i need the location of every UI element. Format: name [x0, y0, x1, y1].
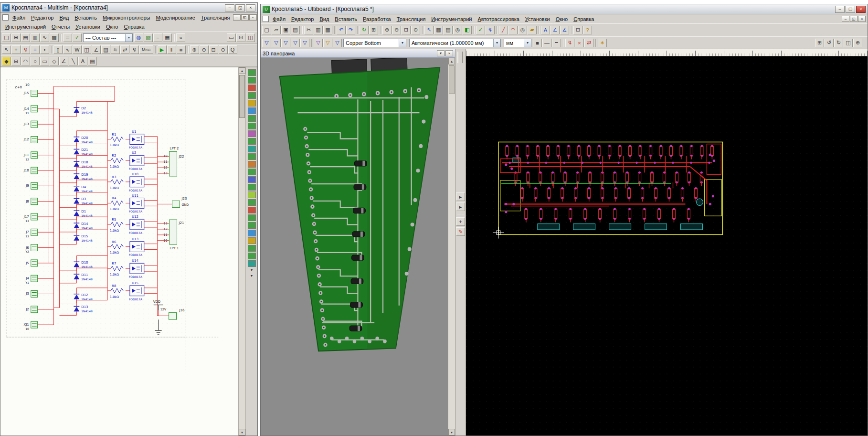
- menu-edit[interactable]: Редактор: [288, 15, 317, 23]
- place-via-icon[interactable]: ◎: [518, 26, 527, 34]
- component-strip-icon[interactable]: [248, 130, 256, 137]
- panel-expand-alt-icon[interactable]: ▾: [251, 274, 253, 278]
- copy-icon[interactable]: ▥: [314, 26, 323, 34]
- zoom-in-icon[interactable]: ⊕: [382, 26, 392, 34]
- 3d-panel-scrollbar[interactable]: ▲ ▼: [448, 58, 455, 436]
- filter-all-icon[interactable]: ▽: [262, 39, 271, 47]
- zoom-out-icon[interactable]: ⊖: [200, 45, 209, 54]
- scroll-up-icon[interactable]: ▲: [448, 58, 455, 64]
- units-combo[interactable]: мм ▾: [504, 39, 531, 47]
- line-width-icon[interactable]: —: [542, 39, 551, 47]
- scrollbar-thumb[interactable]: [449, 65, 455, 94]
- ratsnest-icon[interactable]: ∗: [598, 39, 607, 47]
- menu-options[interactable]: Установки: [522, 15, 553, 23]
- pointer-icon[interactable]: ↖: [2, 45, 11, 54]
- zoom-window-icon[interactable]: ⊡: [402, 26, 411, 34]
- grid-combo[interactable]: Автоматически (1.000000 мм) ▾: [409, 39, 501, 47]
- anchor-icon[interactable]: ⊕: [853, 39, 862, 47]
- scrollbar-thumb[interactable]: [239, 75, 245, 118]
- unroute-icon[interactable]: ↯: [565, 39, 574, 47]
- minimize-button[interactable]: –: [225, 4, 234, 11]
- pan-icon[interactable]: +: [11, 45, 21, 54]
- maximize-button[interactable]: ▢: [846, 6, 855, 13]
- zoom-fit-icon[interactable]: ⊙: [219, 45, 228, 54]
- board-3d-icon[interactable]: ◧: [463, 26, 472, 34]
- filter-pads-icon[interactable]: ▽: [300, 39, 309, 47]
- mdi-restore-button[interactable]: ◱: [850, 16, 857, 22]
- scroll-down-icon[interactable]: ▼: [239, 429, 245, 436]
- junction-icon[interactable]: •: [40, 45, 49, 54]
- birds-eye-icon[interactable]: ◎: [453, 26, 462, 34]
- breadboard-view-icon[interactable]: ▧: [144, 33, 153, 42]
- close-button[interactable]: ×: [856, 6, 866, 13]
- color-swatch[interactable]: ■: [533, 39, 542, 47]
- selection-rect-icon[interactable]: ⊡: [573, 26, 582, 34]
- bus-mode-icon[interactable]: ≡: [31, 45, 40, 54]
- panel-collapse-alt-icon[interactable]: ▸: [456, 202, 465, 211]
- mdi-close-button[interactable]: ×: [249, 14, 257, 21]
- component-strip-icon[interactable]: [248, 107, 256, 114]
- schematic-sheet[interactable]: Z+010J15J1411J13J12J1112J10J9J8J1713J713…: [0, 67, 238, 436]
- hierarchy-icon[interactable]: ≣: [63, 33, 72, 42]
- stop-icon[interactable]: ■: [177, 45, 186, 54]
- filter-parts-icon[interactable]: ▽: [272, 39, 281, 47]
- mdi-close-button[interactable]: ×: [858, 16, 866, 22]
- function-generator-icon[interactable]: ∿: [63, 45, 72, 54]
- mdi-minimize-button[interactable]: –: [842, 16, 849, 22]
- line-icon[interactable]: ╲: [69, 57, 78, 65]
- oscilloscope-icon[interactable]: ◫: [82, 45, 91, 54]
- electrical-rules-check-icon[interactable]: ✓: [73, 33, 82, 42]
- filter-attributes-icon[interactable]: ▽: [333, 39, 342, 47]
- grapher-icon[interactable]: ∿: [40, 33, 49, 42]
- red-pen-icon[interactable]: ✎: [456, 227, 465, 236]
- component-strip-icon[interactable]: [248, 138, 256, 145]
- copper-pour-icon[interactable]: ▰: [528, 26, 537, 34]
- paste-icon[interactable]: ▦: [323, 26, 332, 34]
- polyline-icon[interactable]: ∠: [59, 57, 68, 65]
- pcb-canvas[interactable]: [466, 56, 868, 436]
- spreadsheet-view-icon[interactable]: ▦: [434, 26, 443, 34]
- menu-tools[interactable]: Инструментарий: [2, 23, 49, 31]
- component-strip-icon[interactable]: [248, 146, 256, 152]
- 3d-board-view[interactable]: [261, 58, 448, 436]
- component-strip-icon[interactable]: [248, 85, 256, 91]
- mdi-restore-button[interactable]: ◱: [241, 14, 249, 21]
- line-style-icon[interactable]: ┅: [552, 39, 561, 47]
- wattmeter-icon[interactable]: W: [73, 45, 82, 54]
- spreadsheet-view-icon[interactable]: ▤: [21, 33, 30, 42]
- component-strip-icon[interactable]: [248, 245, 256, 252]
- chevron-down-icon[interactable]: ▾: [524, 39, 531, 47]
- component-strip-icon[interactable]: [248, 237, 256, 244]
- cut-icon[interactable]: ✂: [304, 26, 313, 34]
- database-manager-icon[interactable]: ▥: [31, 33, 40, 42]
- menu-autoroute[interactable]: Автотрассировка: [475, 15, 522, 23]
- ladder-diagram-icon[interactable]: ≡: [153, 33, 162, 42]
- chevron-down-icon[interactable]: ▾: [399, 39, 406, 47]
- arc-icon[interactable]: ◠: [21, 57, 30, 65]
- new-file-icon[interactable]: ▢: [2, 33, 11, 42]
- comment-icon[interactable]: ▤: [88, 57, 97, 65]
- zoom-out-icon[interactable]: ⊖: [392, 26, 401, 34]
- component-strip-icon[interactable]: [248, 230, 256, 236]
- menu-window[interactable]: Окно: [103, 23, 121, 31]
- menu-transfer[interactable]: Трансляция: [198, 14, 233, 21]
- rectangle-icon[interactable]: ▭: [40, 57, 49, 65]
- vertical-scrollbar[interactable]: ▲ ▼: [238, 67, 245, 436]
- select-icon[interactable]: ↖: [424, 26, 434, 34]
- menu-design[interactable]: Разработка: [360, 15, 394, 23]
- menu-view[interactable]: Вид: [56, 14, 72, 21]
- menu-window[interactable]: Окно: [553, 15, 571, 23]
- virtual-components-icon[interactable]: ◍: [134, 33, 143, 42]
- menu-insert[interactable]: Вставить: [72, 14, 100, 21]
- zoom-full-icon[interactable]: Q: [228, 45, 237, 54]
- component-strip-icon[interactable]: [248, 207, 256, 213]
- misc-instruments-icon[interactable]: Misc: [139, 45, 153, 54]
- grid-toggle-icon[interactable]: ⊞: [369, 26, 378, 34]
- rotate-cw-icon[interactable]: ↻: [834, 39, 843, 47]
- zoom-area-icon[interactable]: ⊡: [209, 45, 218, 54]
- part-table-icon[interactable]: ▤: [444, 26, 453, 34]
- bode-plotter-icon[interactable]: ∠: [92, 45, 101, 54]
- dimension-icon[interactable]: ∠: [550, 26, 560, 34]
- component-strip-icon[interactable]: [248, 100, 256, 106]
- net-swap-icon[interactable]: ⇄: [584, 39, 593, 47]
